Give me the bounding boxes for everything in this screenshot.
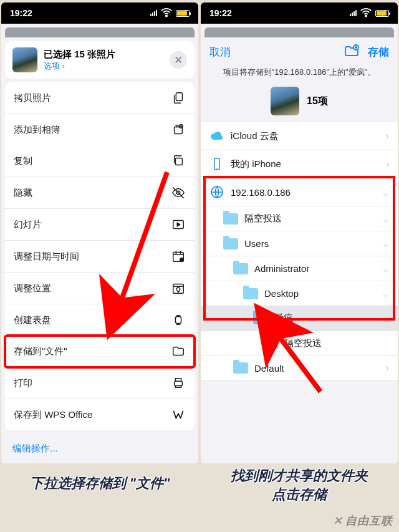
row-label: 隔空投送 bbox=[284, 337, 322, 349]
row-label: 192.168.0.186 bbox=[231, 187, 291, 198]
svg-point-16 bbox=[216, 168, 218, 169]
location-row[interactable]: iCloud 云盘› bbox=[201, 122, 398, 150]
action-loc[interactable]: 调整位置 bbox=[5, 273, 195, 304]
caption-left: 下拉选择存储到 "文件" bbox=[0, 474, 200, 493]
action-cal[interactable]: 调整日期与时间 bbox=[5, 241, 195, 273]
action-label: 打印 bbox=[14, 377, 32, 389]
globe-icon bbox=[209, 185, 224, 200]
watch-icon bbox=[171, 312, 186, 327]
signal-icon bbox=[350, 10, 357, 16]
action-label: 幻灯片 bbox=[14, 219, 42, 231]
cal-icon bbox=[171, 249, 186, 264]
chevron-icon: › bbox=[386, 362, 389, 374]
folder-icon bbox=[263, 338, 278, 349]
nav-bar: 取消 存储 bbox=[201, 37, 398, 67]
save-description: 项目将存储到"192.168.0.186"上的"爱疯"。 bbox=[201, 67, 398, 78]
location-row[interactable]: 192.168.0.186⌵ bbox=[201, 178, 398, 206]
phone-right: 19:22 ⚡ 取消 存储 项目将存储到"192.168.0.186"上的"爱疯… bbox=[201, 2, 398, 463]
action-album[interactable]: 添加到相簿 bbox=[5, 114, 195, 145]
wps-icon bbox=[171, 407, 186, 422]
location-row[interactable]: Users⌵ bbox=[201, 231, 398, 256]
status-time: 19:22 bbox=[209, 8, 232, 18]
options-link[interactable]: 选项 › bbox=[44, 60, 115, 72]
folder-icon bbox=[171, 344, 186, 359]
location-row[interactable]: Default› bbox=[201, 356, 398, 380]
cancel-button[interactable]: 取消 bbox=[209, 45, 231, 59]
chevron-icon: ⌵ bbox=[383, 263, 389, 274]
close-icon[interactable]: ✕ bbox=[170, 51, 187, 69]
action-play[interactable]: 幻灯片 bbox=[5, 209, 195, 241]
folder-icon bbox=[233, 263, 248, 274]
location-row[interactable]: Desktop⌵ bbox=[201, 281, 398, 306]
share-sheet-header: 已选择 15 张照片 选项 › ✕ bbox=[5, 41, 195, 79]
svg-rect-5 bbox=[175, 158, 182, 165]
edit-actions-link[interactable]: 编辑操作... bbox=[1, 434, 198, 463]
thumbnail bbox=[12, 47, 37, 72]
svg-point-13 bbox=[365, 15, 367, 16]
battery-icon: ⚡ bbox=[176, 10, 190, 17]
svg-rect-12 bbox=[175, 381, 183, 385]
status-bar: 19:22 ⚡ bbox=[201, 2, 398, 24]
chevron-icon: ⌵ bbox=[383, 238, 389, 249]
selection-title: 已选择 15 张照片 bbox=[44, 49, 115, 60]
status-right: ⚡ bbox=[150, 6, 190, 21]
folder-icon bbox=[253, 313, 268, 324]
save-button[interactable]: 存储 bbox=[368, 45, 389, 59]
cloud-icon bbox=[209, 128, 224, 143]
row-label: 隔空投送 bbox=[244, 213, 282, 225]
phone-left: 19:22 ⚡ 已选择 15 张照片 选项 › ✕ 拷贝照片添加到相簿复制隐藏幻… bbox=[1, 2, 198, 463]
item-preview: 15项 bbox=[201, 78, 398, 122]
svg-point-9 bbox=[180, 258, 184, 262]
status-time: 19:22 bbox=[10, 8, 32, 18]
svg-rect-11 bbox=[175, 317, 181, 324]
action-label: 添加到相簿 bbox=[14, 124, 60, 136]
wifi-icon bbox=[160, 6, 173, 21]
action-print[interactable]: 打印 bbox=[5, 367, 195, 399]
chevron-icon: ⌵ bbox=[383, 213, 389, 225]
action-label: 拷贝照片 bbox=[14, 92, 51, 104]
status-bar: 19:22 ⚡ bbox=[1, 2, 198, 24]
folder-icon bbox=[223, 238, 238, 249]
watermark: 自由互联 bbox=[333, 513, 393, 528]
action-eye[interactable]: 隐藏 bbox=[5, 177, 195, 209]
location-row[interactable]: 我的 iPhone› bbox=[201, 150, 398, 178]
iphone-icon bbox=[209, 157, 224, 172]
location-row[interactable]: 爱疯⌵ bbox=[201, 306, 398, 331]
svg-rect-1 bbox=[176, 93, 182, 101]
chevron-icon: ⌵ bbox=[383, 312, 389, 324]
action-label: 创建表盘 bbox=[14, 314, 51, 326]
location-row[interactable]: Administrator⌵ bbox=[201, 256, 398, 281]
eye-icon bbox=[171, 185, 186, 200]
item-count: 15项 bbox=[307, 95, 328, 108]
row-label: 爱疯 bbox=[274, 312, 293, 324]
location-list: iCloud 云盘›我的 iPhone›192.168.0.186⌵隔空投送⌵U… bbox=[201, 122, 398, 380]
row-label: Users bbox=[244, 238, 269, 249]
row-label: Desktop bbox=[264, 288, 299, 299]
action-wps[interactable]: 保存到 WPS Office bbox=[5, 399, 195, 430]
folder-icon bbox=[233, 362, 248, 374]
action-list: 拷贝照片添加到相簿复制隐藏幻灯片调整日期与时间调整位置创建表盘存储到"文件"打印… bbox=[5, 82, 195, 430]
caption-right: 找到刚才共享的文件夹 点击存储 bbox=[200, 467, 399, 504]
action-dup[interactable]: 复制 bbox=[5, 145, 195, 177]
loc-icon bbox=[171, 281, 186, 296]
row-label: 我的 iPhone bbox=[231, 158, 281, 170]
action-label: 调整位置 bbox=[14, 283, 51, 294]
action-watch[interactable]: 创建表盘 bbox=[5, 304, 195, 336]
sheet-grabber bbox=[204, 27, 394, 37]
dup-icon bbox=[171, 153, 186, 168]
action-folder[interactable]: 存储到"文件" bbox=[5, 336, 195, 367]
action-copy[interactable]: 拷贝照片 bbox=[5, 82, 195, 114]
location-row[interactable]: 隔空投送⌵ bbox=[201, 206, 398, 231]
action-label: 保存到 WPS Office bbox=[14, 409, 92, 421]
battery-icon: ⚡ bbox=[375, 10, 389, 17]
thumbnail bbox=[271, 87, 299, 115]
status-right: ⚡ bbox=[350, 6, 389, 21]
svg-point-0 bbox=[166, 15, 167, 16]
row-label: Administrator bbox=[254, 263, 309, 274]
action-label: 隐藏 bbox=[14, 187, 32, 199]
action-label: 存储到"文件" bbox=[14, 346, 67, 357]
row-label: iCloud 云盘 bbox=[231, 130, 279, 142]
print-icon bbox=[171, 375, 186, 390]
location-row[interactable]: 隔空投送 bbox=[201, 331, 398, 356]
new-folder-icon[interactable] bbox=[344, 44, 359, 60]
